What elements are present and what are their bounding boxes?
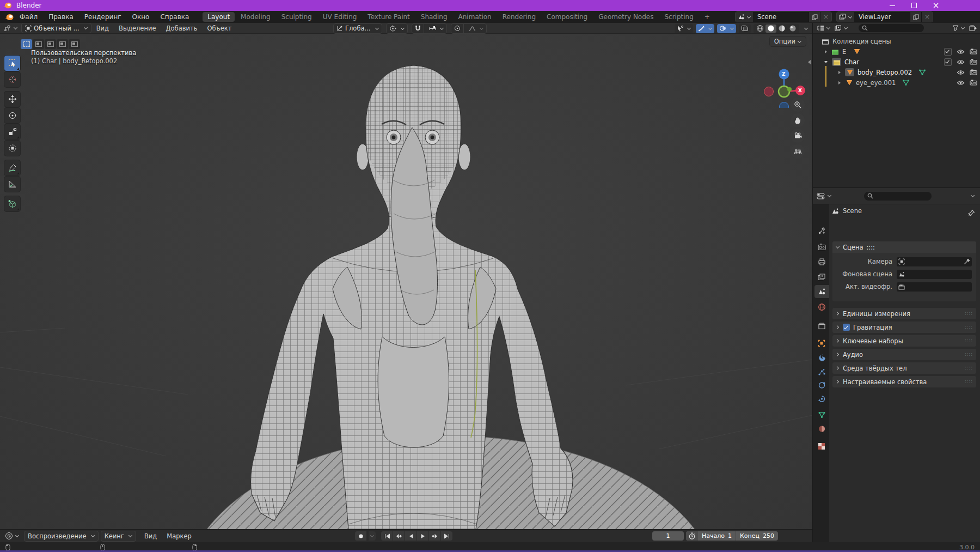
collection-checkbox[interactable] [944, 58, 952, 66]
tab-collection[interactable] [814, 319, 829, 332]
tab-render[interactable] [814, 240, 829, 253]
hide-eye-icon[interactable] [957, 80, 965, 86]
record-button[interactable] [355, 531, 366, 541]
tab-constraints[interactable] [814, 392, 829, 405]
menu-edit[interactable]: Правка [43, 11, 79, 23]
camera-view-button[interactable] [791, 129, 805, 143]
render-camera-icon[interactable] [970, 48, 977, 54]
use-preview-range-button[interactable] [686, 531, 698, 541]
select-mode-extend[interactable] [33, 39, 44, 49]
jump-to-end-button[interactable] [441, 531, 452, 541]
pin-icon[interactable] [968, 209, 975, 216]
menu-add[interactable]: Добавить [161, 25, 203, 32]
snap-toggle[interactable] [412, 24, 424, 33]
panel-grip-icon[interactable]: :::: [867, 244, 875, 251]
tab-uv-editing[interactable]: UV Editing [318, 12, 362, 22]
shading-wireframe-button[interactable] [755, 25, 765, 33]
panel-gravity[interactable]: Гравитация :::: [832, 322, 976, 333]
tab-compositing[interactable]: Compositing [542, 12, 592, 22]
outliner-row-body-retopo[interactable]: body_Retopo.002 [813, 67, 980, 77]
frame-start-field[interactable]: Начало 1 [698, 531, 736, 541]
menu-help[interactable]: Справка [155, 11, 194, 23]
select-mode-intersect[interactable] [69, 39, 80, 49]
scene-name[interactable]: Scene [753, 12, 808, 22]
xray-toggle[interactable] [739, 24, 751, 33]
falloff-dropdown[interactable] [466, 26, 486, 32]
properties-search-input[interactable] [864, 192, 932, 201]
menu-render[interactable]: Рендеринг [79, 11, 127, 23]
panel-grip-icon[interactable]: :::: [965, 352, 973, 357]
menu-window[interactable]: Окно [127, 11, 155, 23]
zoom-button[interactable] [791, 98, 805, 112]
gravity-checkbox[interactable] [843, 324, 850, 331]
outliner-filter-collection-button[interactable] [834, 23, 849, 34]
panel-grip-icon[interactable]: :::: [965, 311, 973, 316]
select-mode-invert[interactable] [57, 39, 68, 49]
panel-audio[interactable]: Аудио :::: [832, 349, 976, 360]
playback-dropdown[interactable]: Воспроизведение [24, 531, 99, 542]
panel-units[interactable]: Единицы измерения :::: [832, 308, 976, 319]
menu-view[interactable]: Вид [91, 25, 114, 32]
shading-dropdown-chevron[interactable] [804, 27, 808, 31]
tab-scene[interactable] [814, 285, 829, 298]
prev-keyframe-button[interactable] [393, 531, 405, 541]
sidebar-collapse-arrow[interactable] [808, 60, 811, 64]
app-menu-blender-icon[interactable] [4, 13, 14, 21]
snap-target-dropdown[interactable] [426, 26, 446, 32]
outliner-row-eye[interactable]: eye_eye.001 [813, 77, 980, 88]
tab-object-data[interactable] [814, 408, 829, 421]
tab-world[interactable] [814, 300, 829, 313]
camera-field[interactable] [897, 257, 972, 266]
next-keyframe-button[interactable] [429, 531, 440, 541]
tool-scale[interactable] [4, 124, 20, 139]
editor-type-button[interactable] [0, 23, 20, 34]
panel-grip-icon[interactable]: :::: [965, 379, 973, 384]
menu-file[interactable]: Файл [14, 11, 43, 23]
axis-x-label[interactable]: X [798, 88, 802, 93]
tool-annotate[interactable] [4, 160, 20, 175]
gizmo-toggle[interactable] [696, 24, 714, 33]
hide-eye-icon[interactable] [957, 70, 965, 75]
tool-select-box[interactable] [4, 56, 20, 71]
axis-z-label[interactable]: Z [782, 71, 786, 77]
scene-browse-button[interactable] [736, 12, 753, 22]
tab-object[interactable] [814, 337, 829, 350]
active-clip-field[interactable] [897, 282, 972, 292]
frame-end-field[interactable]: Конец 250 [736, 531, 778, 541]
jump-to-start-button[interactable] [381, 531, 393, 541]
panel-custom-properties[interactable]: Настраиваемые свойства :::: [832, 376, 976, 387]
collapse-arrow-icon[interactable] [824, 61, 828, 63]
tab-modeling[interactable]: Modeling [236, 12, 275, 22]
keying-dropdown[interactable]: Кеинг [101, 531, 136, 542]
render-camera-icon[interactable] [970, 69, 977, 75]
tool-cursor[interactable] [4, 72, 20, 87]
pan-button[interactable] [791, 113, 805, 128]
outliner-display-mode-button[interactable] [816, 23, 831, 34]
viewlayer-copy-button[interactable] [910, 12, 921, 22]
tab-geometry-nodes[interactable]: Geometry Nodes [593, 12, 658, 22]
panel-rigid-body[interactable]: Среда твёрдых тел :::: [832, 362, 976, 374]
pivot-point-dropdown[interactable] [386, 23, 408, 34]
outliner-filter-button[interactable] [951, 23, 966, 34]
tab-scripting[interactable]: Scripting [659, 12, 698, 22]
hide-eye-icon[interactable] [957, 59, 965, 65]
outliner-search-input[interactable] [859, 24, 924, 32]
background-scene-field[interactable] [897, 270, 972, 279]
tab-texture[interactable] [814, 440, 829, 453]
eyedropper-icon[interactable] [964, 258, 970, 265]
viewlayer-remove-button[interactable]: × [921, 12, 933, 22]
tab-view-layer[interactable] [814, 270, 829, 283]
current-frame-field[interactable]: 1 [652, 531, 684, 541]
minimize-button[interactable] [889, 2, 896, 9]
overlays-toggle[interactable] [717, 24, 736, 33]
expand-arrow-icon[interactable] [838, 81, 841, 84]
close-button[interactable]: × [932, 2, 940, 9]
tab-rendering[interactable]: Rendering [498, 12, 541, 22]
new-collection-button[interactable] [968, 23, 978, 34]
timeline-editor-type-button[interactable] [2, 531, 22, 542]
tab-modifiers[interactable] [814, 351, 829, 364]
tool-add-cube[interactable] [4, 196, 20, 211]
tab-layout[interactable]: Layout [203, 12, 235, 22]
tab-output[interactable] [814, 255, 829, 268]
viewlayer-name[interactable]: ViewLayer [854, 12, 910, 22]
